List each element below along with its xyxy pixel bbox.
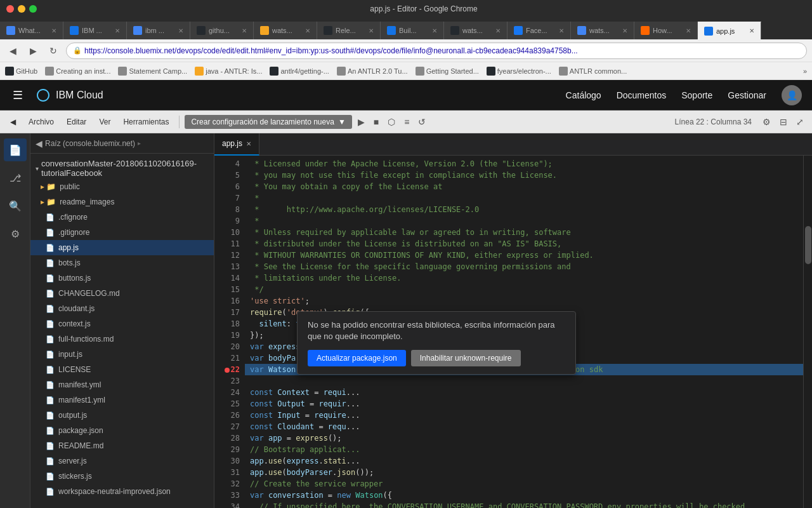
tab-close-icon[interactable]: ✕ bbox=[495, 27, 501, 34]
file-item-outputjs[interactable]: 📄 output.js bbox=[30, 408, 214, 423]
settings-button[interactable]: ⚙ bbox=[759, 115, 774, 129]
file-item-gitignore[interactable]: 📄 .gitignore bbox=[30, 225, 214, 240]
tab-close-icon[interactable]: ✕ bbox=[242, 27, 247, 34]
back-button[interactable]: ◀ bbox=[5, 43, 20, 58]
bookmark-github[interactable]: GitHub bbox=[5, 67, 37, 76]
file-item-inputjs[interactable]: 📄 input.js bbox=[30, 347, 214, 362]
file-item-public[interactable]: ▸ 📁 public bbox=[30, 179, 214, 194]
user-avatar[interactable]: 👤 bbox=[782, 85, 802, 105]
sidebar-btn-search[interactable]: 🔍 bbox=[4, 194, 27, 217]
tab-close-icon[interactable]: ✕ bbox=[432, 27, 437, 34]
file-item-packagejson[interactable]: 📄 package.json bbox=[30, 423, 214, 438]
code-tab-close-icon[interactable]: ✕ bbox=[246, 140, 251, 147]
undo-button[interactable]: ↺ bbox=[415, 115, 429, 129]
file-item-changelog[interactable]: 📄 CHANGELOG.md bbox=[30, 286, 214, 301]
file-label: LICENSE bbox=[58, 365, 91, 374]
disable-unknown-require-button[interactable]: Inhabilitar unknown-require bbox=[411, 350, 521, 366]
tab-how[interactable]: How... ✕ bbox=[634, 22, 698, 39]
stop-button[interactable]: ■ bbox=[370, 115, 382, 129]
tab-whats[interactable]: What... ✕ bbox=[0, 22, 63, 39]
file-icon: 📄 bbox=[46, 320, 55, 328]
tab-close-icon[interactable]: ✕ bbox=[749, 27, 754, 34]
file-item-workspace[interactable]: 📄 workspace-neutral-improved.json bbox=[30, 484, 214, 499]
run-config-select[interactable]: Crear configuración de lanzamiento nueva… bbox=[185, 115, 351, 129]
bookmark-antlr2[interactable]: An ANTLR 2.0 Tu... bbox=[337, 67, 408, 76]
tab-release[interactable]: Rele... ✕ bbox=[317, 22, 381, 39]
file-item-buttonsjs[interactable]: 📄 buttons.js bbox=[30, 271, 214, 286]
file-item-manifest[interactable]: 📄 manifest.yml bbox=[30, 377, 214, 392]
scrollbar-thumb[interactable] bbox=[805, 226, 811, 264]
bookmark-creating[interactable]: Creating an inst... bbox=[45, 67, 110, 76]
bookmarks-more[interactable]: » bbox=[803, 67, 807, 75]
split-button[interactable]: ⊟ bbox=[776, 115, 790, 129]
file-item-appjs[interactable]: 📄 app.js bbox=[30, 240, 214, 255]
tab-ibm2[interactable]: ibm ... ✕ bbox=[127, 22, 190, 39]
nav-catalogo[interactable]: Catálogo bbox=[566, 90, 601, 100]
toolbar-editar[interactable]: Editar bbox=[62, 116, 91, 128]
bookmark-java-antlr[interactable]: java - ANTLR: Is... bbox=[195, 67, 262, 76]
file-item-serverjs[interactable]: 📄 server.js bbox=[30, 453, 214, 469]
nav-gestionar[interactable]: Gestionar bbox=[728, 90, 766, 100]
tab-wats1[interactable]: wats... ✕ bbox=[254, 22, 317, 39]
toolbar-archivo[interactable]: Archivo bbox=[23, 116, 59, 128]
app-container: ☰ IBM Cloud Catálogo Documentos Soporte … bbox=[0, 80, 812, 508]
tab-close-icon[interactable]: ✕ bbox=[686, 27, 691, 34]
tab-close-icon[interactable]: ✕ bbox=[305, 27, 310, 34]
file-item-readme-images[interactable]: ▸ 📁 readme_images bbox=[30, 194, 214, 210]
maximize-window-btn[interactable] bbox=[29, 5, 37, 13]
toolbar-ver[interactable]: Ver bbox=[94, 116, 115, 128]
fullscreen-button[interactable]: ⤢ bbox=[793, 115, 807, 129]
toolbar-herramientas[interactable]: Herramientas bbox=[118, 116, 174, 128]
url-bar[interactable]: 🔒 https://console.bluemix.net/devops/cod… bbox=[66, 43, 807, 59]
file-item-manifest1[interactable]: 📄 manifest1.yml bbox=[30, 392, 214, 408]
forward-button[interactable]: ▶ bbox=[25, 43, 41, 58]
hamburger-menu-button[interactable]: ☰ bbox=[10, 86, 25, 105]
tab-build[interactable]: Buil... ✕ bbox=[381, 22, 444, 39]
bookmark-antlr-common[interactable]: ANTLR common... bbox=[559, 67, 627, 76]
back-nav-button[interactable]: ◀ bbox=[5, 116, 21, 128]
bookmark-antlr4[interactable]: antlr4/getting-... bbox=[270, 67, 329, 76]
sidebar-btn-files[interactable]: 📄 bbox=[4, 138, 27, 161]
ibm-cloud-title: IBM Cloud bbox=[56, 90, 103, 101]
nav-documentos[interactable]: Documentos bbox=[617, 90, 667, 100]
file-item-readme[interactable]: 📄 README.md bbox=[30, 438, 214, 453]
file-item-stickersjs[interactable]: 📄 stickers.js bbox=[30, 469, 214, 484]
explorer-back-button[interactable]: ◀ bbox=[36, 138, 43, 149]
tab-close-icon[interactable]: ✕ bbox=[178, 27, 183, 34]
sidebar-btn-settings[interactable]: ⚙ bbox=[4, 222, 27, 245]
open-button[interactable]: ⬡ bbox=[384, 115, 398, 129]
sidebar-btn-git[interactable]: ⎇ bbox=[4, 166, 27, 189]
right-scrollbar[interactable] bbox=[803, 156, 812, 508]
close-window-btn[interactable] bbox=[6, 5, 14, 13]
minimize-window-btn[interactable] bbox=[18, 5, 25, 13]
reload-button[interactable]: ↻ bbox=[46, 43, 61, 58]
run-button[interactable]: ▶ bbox=[355, 115, 368, 129]
tab-appjs[interactable]: app.js ✕ bbox=[698, 22, 761, 39]
bookmark-fyears[interactable]: fyears/electron-... bbox=[487, 67, 551, 76]
file-item-cfignore[interactable]: 📄 .cfignore bbox=[30, 210, 214, 225]
window-controls[interactable] bbox=[6, 5, 37, 13]
nav-soporte[interactable]: Soporte bbox=[681, 90, 712, 100]
tab-wats2[interactable]: wats... ✕ bbox=[444, 22, 508, 39]
file-item-license[interactable]: 📄 LICENSE bbox=[30, 362, 214, 377]
file-item-contextjs[interactable]: 📄 context.js bbox=[30, 316, 214, 331]
tab-close-icon[interactable]: ✕ bbox=[559, 27, 564, 34]
tab-close-icon[interactable]: ✕ bbox=[622, 27, 627, 34]
tab-close-icon[interactable]: ✕ bbox=[115, 27, 120, 34]
error-popup-message: No se ha podido encontrar esta bibliotec… bbox=[308, 319, 565, 342]
bookmark-getting-started[interactable]: Getting Started... bbox=[416, 67, 479, 76]
project-root[interactable]: ▾ conversationMaster-20180611020616169-t… bbox=[30, 156, 214, 179]
tab-close-icon[interactable]: ✕ bbox=[51, 27, 56, 34]
tab-close-icon[interactable]: ✕ bbox=[369, 27, 374, 34]
tab-facebook[interactable]: Face... ✕ bbox=[508, 22, 571, 39]
file-item-cloudantjs[interactable]: 📄 cloudant.js bbox=[30, 301, 214, 316]
file-item-botsjs[interactable]: 📄 bots.js bbox=[30, 255, 214, 271]
update-package-json-button[interactable]: Actualizar package.json bbox=[308, 350, 406, 366]
list-button[interactable]: ≡ bbox=[401, 115, 412, 129]
file-item-fullfunctions[interactable]: 📄 full-functions.md bbox=[30, 331, 214, 347]
tab-ibm[interactable]: IBM ... ✕ bbox=[63, 22, 127, 39]
code-tab-appjs[interactable]: app.js ✕ bbox=[214, 133, 259, 156]
tab-wats3[interactable]: wats... ✕ bbox=[571, 22, 634, 39]
tab-github[interactable]: githu... ✕ bbox=[190, 22, 254, 39]
bookmark-statement[interactable]: Statement Camp... bbox=[118, 67, 187, 76]
